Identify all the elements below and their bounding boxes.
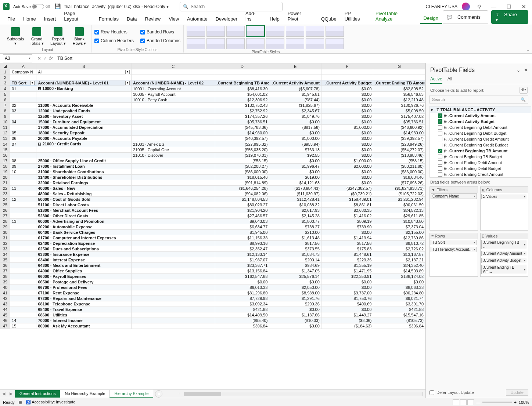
- field-item[interactable]: fx .Current Beginning Credit Budget: [430, 142, 531, 148]
- table-row[interactable]: 4066700 · Professional Fees$6,013.33$2,0…: [0, 285, 425, 290]
- table-row[interactable]: 191031000 · Shareholder Contributions($8…: [0, 169, 425, 175]
- table-row[interactable]: 510005 · Payroll Account$54,601.02$1,945…: [0, 92, 425, 97]
- field-item[interactable]: fx .Current Ending Debit Budget: [430, 166, 531, 171]
- table-row[interactable]: 2348900 · Sales - Refurbishing($94,082.0…: [0, 191, 425, 197]
- collapse-ribbon-icon[interactable]: ⌄: [526, 47, 530, 52]
- name-box[interactable]: A3▾: [3, 54, 32, 62]
- col-E[interactable]: E: [269, 64, 321, 69]
- table-row[interactable]: 221140000 · Sales - New($1,646,254.28)($…: [0, 186, 425, 191]
- pivot-style-2[interactable]: [226, 26, 245, 37]
- column-headers-checkbox[interactable]: Column Headers: [94, 36, 134, 45]
- tab-design[interactable]: Design: [420, 13, 442, 24]
- gear-icon[interactable]: ⚙▾: [520, 87, 528, 94]
- tab-formulas[interactable]: Formulas: [95, 14, 122, 24]
- table-row[interactable]: 2960200 · Automobile Expense$6,634.77$73…: [0, 224, 425, 230]
- table-row[interactable]: 912500 · Inventory Asset$174,357.26$1,04…: [0, 114, 425, 119]
- table-row[interactable]: 2031400 · Shareholder Distributions$18,0…: [0, 175, 425, 180]
- page-break-view-icon[interactable]: [467, 399, 474, 405]
- table-row[interactable]: 180927000 · Installment Loan($82,208.27)…: [0, 164, 425, 169]
- row-headers-checkbox[interactable]: Row Headers: [94, 28, 134, 36]
- table-row[interactable]: 471580000 · Ask My Accountant$396.84$0.0…: [0, 323, 425, 329]
- tab-home[interactable]: Home: [19, 14, 40, 24]
- table-row[interactable]: 3563400 · Interest Expense$1,987.07$200.…: [0, 257, 425, 263]
- accessibility-status[interactable]: ♿ Accessibility: Investigate: [26, 400, 76, 405]
- sheet-nav-next[interactable]: ▶: [7, 391, 15, 396]
- tab-power-pivot[interactable]: Power Pivot: [284, 8, 317, 24]
- table-row[interactable]: 3161700 · Computer and Internet Expenses…: [0, 235, 425, 241]
- autosave-toggle[interactable]: AutoSave Off: [13, 4, 50, 9]
- select-all[interactable]: ◢: [0, 64, 10, 69]
- tab-automate[interactable]: Automate: [183, 14, 211, 24]
- share-button[interactable]: ⇪ Share ▾: [491, 10, 528, 24]
- col-F[interactable]: F: [321, 64, 373, 69]
- pane-close-icon[interactable]: ✕: [524, 68, 528, 73]
- table-row[interactable]: 3463300 · Insurance Expense$12,133.14$1,…: [0, 252, 425, 257]
- pane-tab-active[interactable]: Active: [430, 75, 442, 84]
- col-B[interactable]: B: [36, 64, 131, 69]
- pane-options-icon[interactable]: ⌄: [517, 68, 520, 73]
- table-row[interactable]: 4468400 · Travel Expense$421.88$0.00$0.0…: [0, 307, 425, 312]
- pivot-style-11[interactable]: [246, 38, 265, 49]
- area-pill[interactable]: .Current Beginning TB …: [481, 240, 528, 249]
- table-row[interactable]: 1521005 · Capital One($55,035.20)$763.13…: [0, 147, 425, 153]
- table-row[interactable]: 401⊟ 10000 · Banking10001 · Operating Ac…: [0, 86, 425, 92]
- tab-file[interactable]: File: [4, 14, 19, 24]
- hdr-acct-l1[interactable]: Account (NUMBER•NAME) - Level 01▾: [36, 80, 131, 86]
- stats-icon[interactable]: ▦: [18, 400, 22, 405]
- field-item[interactable]: fx .Current Beginning Debit Amount: [430, 124, 531, 130]
- banded-rows-checkbox[interactable]: Banded Rows: [140, 28, 180, 36]
- table-row[interactable]: 610010 · Petty Cash$12,306.92($87.44)$0.…: [0, 97, 425, 103]
- horizontal-scrollbar[interactable]: [184, 392, 423, 396]
- area-pill[interactable]: Σ Values: [481, 194, 528, 199]
- enter-fx-icon[interactable]: ✓: [43, 56, 47, 61]
- normal-view-icon[interactable]: [453, 399, 459, 405]
- tab-pp-utilities[interactable]: PP Utilities: [341, 8, 371, 24]
- report-layout-button[interactable]: ReportLayout ▾: [49, 26, 67, 47]
- update-button[interactable]: Update: [506, 389, 528, 396]
- table-row[interactable]: 4568600 · Utilities$14,409.50$1,137.66$1…: [0, 312, 425, 318]
- field-group[interactable]: ▸ΣTRIAL BALANCE - ACTIVITY: [430, 106, 531, 113]
- area-pill[interactable]: TB Hierarchy: Account…: [431, 247, 477, 252]
- search-input[interactable]: 🔍 Search: [180, 2, 283, 11]
- table-row[interactable]: 2551100 · Direct Labor Costs$80,023.27$1…: [0, 202, 425, 208]
- table-row[interactable]: 2132000 · Retained Earnings($91,814.89)$…: [0, 180, 425, 186]
- col-C[interactable]: C: [131, 64, 215, 69]
- filter-value[interactable]: All▾: [36, 69, 131, 75]
- subtotals-button[interactable]: Subtotals ▾: [7, 26, 24, 47]
- table-row[interactable]: 1621010 · Discover($19,076.01)$92.55$0.0…: [0, 153, 425, 158]
- col-A[interactable]: A: [10, 64, 36, 69]
- pane-tab-all[interactable]: All: [447, 75, 452, 84]
- pivot-style-9[interactable]: [206, 38, 225, 49]
- table-row[interactable]: 3866000 · Payroll Expenses$162,547.88$25…: [0, 274, 425, 279]
- banded-columns-checkbox[interactable]: Banded Columns: [140, 36, 180, 45]
- table-row[interactable]: 130620000 · Accounts Payable($40,392.57)…: [0, 136, 425, 141]
- table-row[interactable]: 3362500 · Dues and Subscriptions$2,352.4…: [0, 246, 425, 252]
- pivot-style-8[interactable]: [187, 38, 205, 49]
- blank-rows-button[interactable]: BlankRows ▾: [71, 26, 88, 47]
- area-values[interactable]: Σ Values.Current Beginning TB ….Current …: [480, 233, 529, 277]
- table-row[interactable]: 3262400 · Depreciation Expense$8,993.16$…: [0, 241, 425, 246]
- table-row[interactable]: 1407⊟ 21000 · Credit Cards21001 · Amex B…: [0, 141, 425, 147]
- area-columns[interactable]: ⊞ ColumnsΣ Values: [480, 186, 529, 231]
- table-row[interactable]: 281360000 · Advertising and Promotion$9,…: [0, 219, 425, 224]
- field-item[interactable]: fx .Current Beginning Credit Amount: [430, 136, 531, 142]
- comments-button[interactable]: 💬 Comments: [443, 10, 488, 24]
- area-pill[interactable]: .Current Activity Amount: [481, 251, 528, 256]
- table-row[interactable]: 461470000 · Interest Income($95.40)($10.…: [0, 318, 425, 323]
- pivot-style-4[interactable]: [266, 26, 284, 37]
- pivot-style-7[interactable]: [326, 26, 344, 37]
- sheet-tab-1[interactable]: No Hierarchy Example: [60, 390, 110, 398]
- table-row[interactable]: 2651800 · Merchant Account Fees$21,904.2…: [0, 208, 425, 213]
- col-G[interactable]: G: [373, 64, 425, 69]
- tab-help[interactable]: Help: [266, 14, 283, 24]
- table-row[interactable]: 70211000 · Accounts Receivable$132,752.4…: [0, 103, 425, 108]
- pivot-style-12[interactable]: [266, 38, 284, 49]
- pivot-style-3[interactable]: [246, 26, 265, 37]
- pivot-style-6[interactable]: [306, 26, 324, 37]
- zoom-in-icon[interactable]: +: [514, 400, 516, 405]
- hdr-tb-sort[interactable]: TB Sort▾: [10, 80, 36, 86]
- zoom-out-icon[interactable]: ―: [476, 400, 480, 405]
- pivot-style-15[interactable]: [326, 38, 344, 49]
- add-sheet-button[interactable]: +: [155, 390, 162, 398]
- tab-insert[interactable]: Insert: [40, 14, 60, 24]
